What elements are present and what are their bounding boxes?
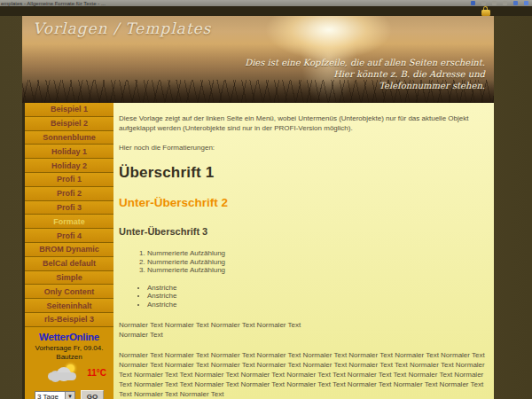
weather-widget: WetterOnline Vorhersage Fr, 09.04. Bautz… [25,332,113,399]
sidebar-menu: Beispiel 1 Beispiel 2 Sonnenblume Holida… [22,103,113,399]
chevron-down-icon[interactable]: ▼ [65,392,74,399]
forecast-range-select[interactable]: 3 Tage ▼ [35,391,75,399]
sidebar-item-beispiel-1[interactable]: Beispiel 1 [25,103,113,117]
normal-text-line: Normaler Text [119,331,163,339]
weather-controls: 3 Tage ▼ GO [25,390,113,399]
wetteronline-logo[interactable]: WetterOnline [25,332,113,342]
browser-title: emplates - Allgemeine Formate für Texte … [0,0,106,5]
sidebar-item-only-content[interactable]: Only Content [25,285,113,299]
sidebar-item-profi-3[interactable]: Profi 3 [25,201,113,215]
edit-icon[interactable] [503,1,507,5]
intro-paragraph: Diese Vorlage zeigt auf der linken Seite… [119,113,487,133]
sidebar-item-formate[interactable]: Formate [25,215,113,229]
temperature-value: 11°C [87,368,106,378]
numbered-list-item: Nummerierte Aufzählung [147,258,487,267]
sidebar-item-profi-2[interactable]: Profi 2 [25,187,113,201]
tagline-line: Telefonnummer stehen. [245,80,485,91]
messenger-icon[interactable] [513,1,518,5]
page-top-margin [0,6,532,16]
sidebar-item-belcal-default[interactable]: BelCal default [25,257,113,271]
weather-city: Bautzen [25,353,113,361]
home-icon[interactable] [471,1,475,5]
numbered-list-item: Nummerierte Aufzählung [147,266,487,275]
sidebar-item-brom-dynamic[interactable]: BROM Dynamic [25,243,113,257]
sidebar-item-rls-beispiel-3[interactable]: rls-Beispiel 3 [25,313,113,327]
intro-paragraph-2: Hier noch die Formatierungen: [119,143,487,153]
sidebar-item-holiday-2[interactable]: Holiday 2 [25,159,113,173]
help-icon[interactable] [524,1,528,5]
tagline-line: Dies ist eine Kopfzeile, die auf allen S… [245,57,485,68]
heading-1: Überschrift 1 [119,164,487,182]
bullet-list: Anstriche Anstriche Anstriche [119,284,487,309]
sidebar-item-profi-4[interactable]: Profi 4 [25,229,113,243]
print-icon[interactable] [481,1,486,5]
lock-icon[interactable] [481,6,491,16]
sidebar-item-holiday-1[interactable]: Holiday 1 [25,145,113,159]
site-title: Vorlagen / Templates [33,20,211,37]
mail-icon[interactable] [492,1,497,5]
browser-toolbar-icons [471,1,528,5]
main-content: Diese Vorlage zeigt auf der linken Seite… [113,103,494,399]
normal-text-line: Normaler Text Normaler Text Normaler Tex… [119,321,301,329]
browser-titlebar: emplates - Allgemeine Formate für Texte … [0,0,532,6]
header-banner-image: Vorlagen / Templates Dies ist eine Kopfz… [22,16,494,103]
sidebar-item-simple[interactable]: Simple [25,271,113,286]
bullet-list-item: Anstriche [147,301,487,309]
normal-text-paragraph-long: Normaler Text Normaler Text Normaler Tex… [119,350,487,399]
weather-go-button[interactable]: GO [81,390,104,399]
heading-3: Unter-Überschrift 3 [119,226,487,237]
numbered-list: Nummerierte Aufzählung Nummerierte Aufzä… [119,249,487,275]
header-tagline: Dies ist eine Kopfzeile, die auf allen S… [245,57,485,91]
weather-forecast-date: Vorhersage Fr, 09.04. [25,344,113,352]
sidebar-item-sonnenblume[interactable]: Sonnenblume [25,131,113,145]
normal-text-paragraph: Normaler Text Normaler Text Normaler Tex… [119,320,487,340]
weather-condition-row: 11°C [25,364,113,385]
bullet-list-item: Anstriche [147,292,487,301]
sidebar-item-seiteninhalt[interactable]: Seiteninhalt [25,299,113,313]
forecast-range-value: 3 Tage [37,393,59,399]
tagline-line: Hier könnte z. B. die Adresse und [245,68,485,80]
numbered-list-item: Nummerierte Aufzählung [147,249,487,258]
bullet-list-item: Anstriche [147,284,487,293]
sidebar-item-profi-1[interactable]: Profi 1 [25,173,113,187]
heading-2: Unter-Überschrift 2 [119,196,487,209]
sidebar-item-beispiel-2[interactable]: Beispiel 2 [25,117,113,131]
partly-cloudy-icon [48,367,78,379]
